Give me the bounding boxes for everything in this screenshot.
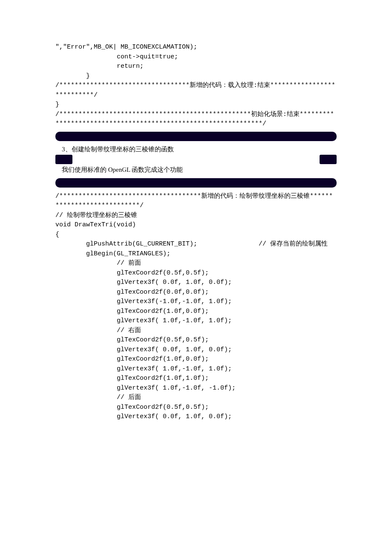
prose-row: 我们使用标准的 OpenGL 函数完成这个功能: [55, 165, 337, 175]
highlight-bar: [55, 132, 337, 141]
code-comment-block: /***************************************…: [55, 110, 337, 129]
code-comment: // 右面: [55, 326, 337, 336]
code-line: glTexCoord2f(0.5f,0.5f);: [55, 335, 337, 345]
code-line: }: [55, 72, 337, 81]
code-line: glVertex3f( 0.0f, 1.0f, 0.0f);: [55, 345, 337, 355]
code-line: glTexCoord2f(1.0f,0.0f);: [55, 307, 337, 317]
code-line: {: [55, 230, 337, 240]
code-line: ","Error",MB_OK| MB_ICONEXCLAMATION);: [55, 43, 337, 52]
code-line: glTexCoord2f(1.0f,0.0f);: [55, 355, 337, 364]
code-line: glVertex3f( 1.0f,-1.0f, 1.0f);: [55, 316, 337, 326]
section-heading-row: 3、创建绘制带纹理坐标的三棱锥的函数: [55, 145, 337, 154]
code-line: }: [55, 100, 337, 110]
code-line: glPushAttrib(GL_CURRENT_BIT); // 保存当前的绘制…: [55, 240, 337, 249]
code-comment: // 后面: [55, 393, 337, 403]
code-comment: // 前面: [55, 259, 337, 269]
highlight-row: [55, 155, 337, 164]
code-comment-block: /**********************************新增的代码…: [55, 81, 337, 100]
code-line: glTexCoord2f(0.5f,0.5f);: [55, 269, 337, 278]
highlight-bar: [55, 178, 337, 188]
code-comment-block: /*************************************新增…: [55, 192, 337, 211]
code-line: glVertex3f( 0.0f, 1.0f, 0.0f);: [55, 278, 337, 288]
code-comment: // 绘制带纹理坐标的三棱锥: [55, 211, 337, 221]
code-line: glTexCoord2f(0.0f,0.0f);: [55, 288, 337, 298]
code-line: cont->quit=true;: [55, 52, 337, 62]
code-line: glVertex3f( 1.0f,-1.0f, 1.0f);: [55, 364, 337, 374]
code-line: void DrawTexTri(void): [55, 220, 337, 230]
code-line: glTexCoord2f(0.5f,0.5f);: [55, 403, 337, 413]
code-line: glBegin(GL_TRIANGLES);: [55, 249, 337, 259]
code-line: glTexCoord2f(1.0f,1.0f);: [55, 374, 337, 384]
code-line: return;: [55, 62, 337, 72]
highlight-pill-left: [55, 155, 72, 164]
code-line: glVertex3f(-1.0f,-1.0f, 1.0f);: [55, 297, 337, 307]
highlight-pill-right: [320, 155, 337, 164]
code-line: glVertex3f( 1.0f,-1.0f, -1.0f);: [55, 384, 337, 393]
code-line: glVertex3f( 0.0f, 1.0f, 0.0f);: [55, 412, 337, 422]
section-heading: 3、创建绘制带纹理坐标的三棱锥的函数: [55, 145, 174, 154]
prose-text: 我们使用标准的 OpenGL 函数完成这个功能: [55, 165, 183, 175]
